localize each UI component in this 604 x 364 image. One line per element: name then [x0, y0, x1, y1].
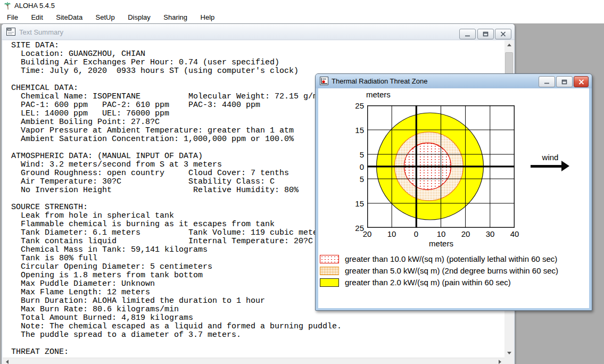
desktop: ALOHA 5.4.5 File Edit SiteData SetUp Dis…	[0, 0, 604, 364]
app-title: ALOHA 5.4.5	[14, 2, 55, 10]
aloha-palm-tree-icon	[3, 2, 12, 10]
legend-swatch-pain-yellow	[320, 278, 339, 287]
legend-swatch-burns-orange-stipple	[320, 267, 339, 275]
x-tick: 20	[359, 229, 375, 238]
x-tick: 10	[433, 229, 449, 238]
app-titlebar[interactable]: ALOHA 5.4.5	[0, 0, 604, 12]
thermal-minimize-button[interactable]	[539, 76, 555, 87]
thermal-close-button[interactable]	[574, 76, 589, 87]
menu-display[interactable]: Display	[122, 12, 156, 23]
scroll-down-arrow-icon[interactable]	[504, 349, 514, 358]
threat-zone-chart-icon	[320, 77, 328, 85]
x-axis-title: meters	[420, 239, 462, 248]
wind-arrowhead-icon	[561, 161, 569, 171]
threat-zone-plot-area: meters	[318, 88, 589, 308]
legend-label-burns: greater than 5.0 kW/(sq m) (2nd degree b…	[345, 266, 558, 275]
scroll-left-arrow-icon[interactable]	[3, 358, 12, 364]
x-tick: 10	[384, 229, 400, 238]
thermal-radiation-title: Thermal Radiation Threat Zone	[332, 77, 427, 85]
wind-label: wind	[536, 153, 564, 162]
x-tick: 20	[458, 229, 474, 238]
menu-sharing[interactable]: Sharing	[158, 12, 193, 23]
menu-bar: File Edit SiteData SetUp Display Sharing…	[0, 12, 604, 23]
legend-label-lethal: greater than 10.0 kW/(sq m) (potentially…	[345, 254, 557, 263]
x-tick: 40	[507, 229, 523, 238]
y-tick: 0	[346, 162, 364, 171]
x-tick: 0	[408, 229, 424, 238]
scroll-right-arrow-icon[interactable]	[495, 358, 504, 364]
legend-label-pain: greater than 2.0 kW/(sq m) (pain within …	[345, 278, 511, 287]
text-summary-close-button[interactable]	[495, 29, 511, 39]
thermal-radiation-window: Thermal Radiation Threat Zone meters	[315, 73, 592, 311]
menu-setup[interactable]: SetUp	[90, 12, 120, 23]
text-summary-minimize-button[interactable]	[459, 29, 476, 39]
threat-zone-plot	[367, 105, 515, 228]
y-axis-title: meters	[366, 90, 391, 99]
horizontal-scrollbar[interactable]	[3, 358, 504, 364]
text-summary-title: Text Summary	[19, 28, 63, 36]
text-summary-restore-button[interactable]	[477, 29, 494, 39]
y-tick: 5	[346, 175, 364, 184]
text-summary-document-icon	[6, 28, 15, 36]
menu-edit[interactable]: Edit	[26, 12, 48, 23]
text-summary-titlebar[interactable]: Text Summary	[2, 24, 515, 40]
wind-arrow-icon	[531, 165, 561, 168]
scrollbar-corner	[504, 358, 514, 364]
thermal-radiation-titlebar[interactable]: Thermal Radiation Threat Zone	[316, 74, 592, 88]
y-tick: 25	[346, 101, 364, 110]
scroll-up-arrow-icon[interactable]	[504, 40, 514, 49]
legend-swatch-lethal-red-dots	[320, 255, 339, 263]
thermal-restore-button[interactable]	[556, 76, 573, 87]
menu-help[interactable]: Help	[195, 12, 220, 23]
menu-file[interactable]: File	[2, 12, 23, 23]
menu-sitedata[interactable]: SiteData	[51, 12, 88, 23]
y-tick: 15	[346, 199, 364, 208]
y-tick: 15	[346, 126, 364, 135]
x-tick: 30	[482, 229, 498, 238]
y-tick: 5	[346, 150, 364, 159]
